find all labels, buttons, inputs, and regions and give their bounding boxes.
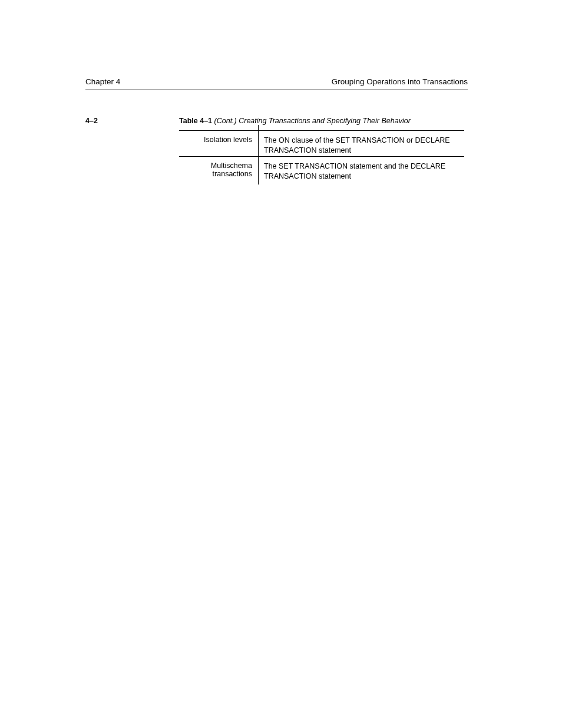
- cell-reference: The SET TRANSACTION statement and the DE…: [258, 162, 464, 182]
- table-rule-top: [179, 130, 464, 131]
- page-header: Chapter 4 Grouping Operations into Trans…: [85, 77, 468, 90]
- header-rule: [85, 90, 468, 90]
- page-number: 4–2: [85, 117, 98, 125]
- table-caption: (Cont.) Creating Transactions and Specif…: [214, 117, 411, 125]
- table-rule-mid: [179, 156, 464, 157]
- chapter-title: Grouping Operations into Transactions: [332, 77, 468, 86]
- table-title: Table 4–1 (Cont.) Creating Transactions …: [179, 117, 464, 125]
- table-number: Table 4–1: [179, 117, 212, 125]
- table-body: Isolation levels The ON clause of the SE…: [179, 130, 464, 185]
- cell-reference: The ON clause of the SET TRANSACTION or …: [258, 136, 464, 156]
- chapter-label: Chapter 4: [85, 77, 120, 86]
- cell-topic: Multischema transactions: [179, 162, 258, 182]
- cell-topic: Isolation levels: [179, 136, 258, 156]
- table-row: Isolation levels The ON clause of the SE…: [179, 136, 464, 156]
- chapter-bar: Chapter 4 Grouping Operations into Trans…: [85, 77, 468, 86]
- table-continuation: Table 4–1 (Cont.) Creating Transactions …: [179, 117, 464, 185]
- table-row: Multischema transactions The SET TRANSAC…: [179, 162, 464, 182]
